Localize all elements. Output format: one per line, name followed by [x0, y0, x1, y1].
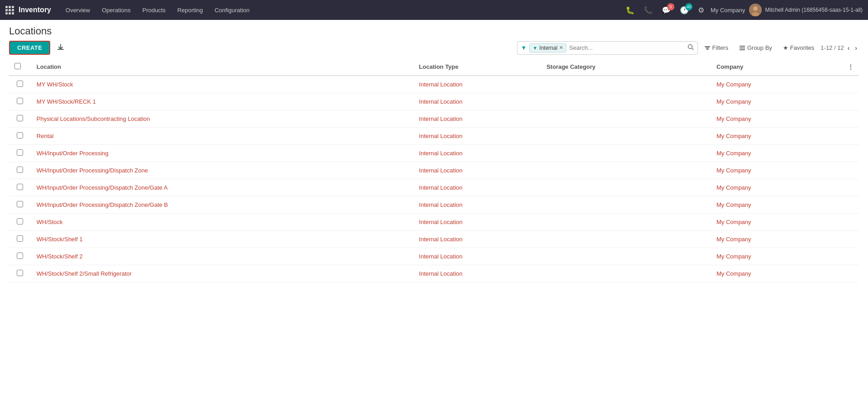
- nav-configuration[interactable]: Configuration: [209, 0, 255, 20]
- table-row: WH/Stock Internal Location My Company: [9, 214, 859, 231]
- row-checkbox-cell[interactable]: [9, 265, 31, 282]
- row-location: WH/Stock/Shelf 2: [31, 248, 414, 265]
- column-options-header[interactable]: ⋮: [839, 58, 859, 76]
- row-type: Internal Location: [413, 248, 541, 265]
- location-link[interactable]: WH/Input/Order Processing/Dispatch Zone/…: [37, 184, 168, 191]
- row-location: Rental: [31, 128, 414, 145]
- filters-label: Filters: [712, 44, 728, 51]
- chat-badge: 5: [667, 3, 674, 10]
- table-row: Physical Locations/Subcontracting Locati…: [9, 110, 859, 128]
- row-company: My Company: [711, 231, 839, 248]
- row-checkbox[interactable]: [17, 149, 23, 156]
- user-avatar[interactable]: [749, 4, 762, 16]
- row-checkbox[interactable]: [17, 235, 23, 242]
- location-link[interactable]: WH/Stock: [37, 219, 63, 225]
- row-checkbox[interactable]: [17, 218, 23, 224]
- select-all-checkbox[interactable]: [14, 63, 21, 69]
- favorites-label: Favorites: [790, 44, 814, 51]
- row-checkbox-cell[interactable]: [9, 179, 31, 196]
- location-link[interactable]: WH/Input/Order Processing: [37, 150, 109, 157]
- row-checkbox-cell[interactable]: [9, 231, 31, 248]
- column-header-type[interactable]: Location Type: [413, 58, 541, 76]
- activity-icon-btn[interactable]: 🕐 45: [677, 4, 692, 16]
- row-checkbox-cell[interactable]: [9, 76, 31, 93]
- row-checkbox[interactable]: [17, 115, 23, 121]
- row-checkbox-cell[interactable]: [9, 214, 31, 231]
- location-link[interactable]: WH/Input/Order Processing/Dispatch Zone: [37, 167, 148, 174]
- row-actions: [839, 93, 859, 110]
- nav-products[interactable]: Products: [137, 0, 171, 20]
- create-button[interactable]: CREATE: [9, 41, 50, 55]
- row-checkbox-cell[interactable]: [9, 196, 31, 214]
- row-category: [541, 179, 711, 196]
- row-company: My Company: [711, 93, 839, 110]
- row-type: Internal Location: [413, 76, 541, 93]
- row-location: WH/Input/Order Processing: [31, 145, 414, 162]
- table-row: WH/Input/Order Processing Internal Locat…: [9, 145, 859, 162]
- row-category: [541, 145, 711, 162]
- column-header-company[interactable]: Company: [711, 58, 839, 76]
- location-link[interactable]: MY WH/Stock: [37, 81, 73, 88]
- filter-options: Filters Group By ★ Favorites: [702, 43, 816, 52]
- table-row: Rental Internal Location My Company: [9, 128, 859, 145]
- chat-icon-btn[interactable]: 💬 5: [659, 4, 674, 16]
- row-actions: [839, 128, 859, 145]
- row-checkbox[interactable]: [17, 98, 23, 104]
- search-input[interactable]: [569, 44, 684, 51]
- favorites-button[interactable]: ★ Favorites: [781, 43, 816, 52]
- column-header-category[interactable]: Storage Category: [541, 58, 711, 76]
- page-title: Locations: [9, 25, 859, 37]
- svg-point-3: [688, 45, 692, 49]
- pagination-prev-button[interactable]: ‹: [846, 43, 852, 53]
- group-by-button[interactable]: Group By: [737, 43, 774, 52]
- apps-menu-icon[interactable]: [5, 6, 14, 14]
- row-company: My Company: [711, 128, 839, 145]
- column-options-icon[interactable]: ⋮: [848, 63, 854, 70]
- row-checkbox[interactable]: [17, 253, 23, 259]
- search-glass-icon[interactable]: [688, 44, 694, 52]
- settings-icon-btn[interactable]: ⚙: [695, 4, 707, 16]
- row-checkbox-cell[interactable]: [9, 145, 31, 162]
- download-button[interactable]: [54, 41, 67, 55]
- company-selector[interactable]: My Company: [711, 7, 745, 14]
- row-checkbox[interactable]: [17, 81, 23, 87]
- row-checkbox-cell[interactable]: [9, 128, 31, 145]
- row-checkbox-cell[interactable]: [9, 162, 31, 179]
- filter-funnel-icon: ▼: [521, 44, 527, 51]
- row-checkbox[interactable]: [17, 270, 23, 276]
- table-header-row: Location Location Type Storage Category …: [9, 58, 859, 76]
- row-category: [541, 162, 711, 179]
- pagination-next-button[interactable]: ›: [853, 43, 859, 53]
- location-link[interactable]: WH/Stock/Shelf 2/Small Refrigerator: [37, 270, 132, 277]
- location-link[interactable]: WH/Input/Order Processing/Dispatch Zone/…: [37, 201, 168, 208]
- row-checkbox-cell[interactable]: [9, 93, 31, 110]
- row-company: My Company: [711, 214, 839, 231]
- app-name[interactable]: Inventory: [19, 6, 51, 14]
- search-tag-close-icon[interactable]: ✕: [559, 45, 563, 51]
- row-checkbox-cell[interactable]: [9, 110, 31, 128]
- row-checkbox[interactable]: [17, 201, 23, 207]
- location-link[interactable]: Rental: [37, 133, 54, 139]
- nav-operations[interactable]: Operations: [96, 0, 136, 20]
- nav-overview[interactable]: Overview: [60, 0, 95, 20]
- location-link[interactable]: WH/Stock/Shelf 1: [37, 236, 83, 243]
- select-all-header[interactable]: [9, 58, 31, 76]
- filters-button[interactable]: Filters: [702, 43, 730, 52]
- row-checkbox-cell[interactable]: [9, 248, 31, 265]
- location-link[interactable]: Physical Locations/Subcontracting Locati…: [37, 115, 150, 122]
- location-link[interactable]: MY WH/Stock/RECK 1: [37, 98, 96, 105]
- toolbar-left: CREATE: [9, 41, 67, 55]
- nav-menu: Overview Operations Products Reporting C…: [60, 0, 623, 20]
- nav-reporting[interactable]: Reporting: [172, 0, 208, 20]
- row-type: Internal Location: [413, 179, 541, 196]
- row-checkbox[interactable]: [17, 167, 23, 173]
- row-company: My Company: [711, 145, 839, 162]
- column-header-location[interactable]: Location: [31, 58, 414, 76]
- pagination-section: 1-12 / 12 ‹ ›: [821, 43, 859, 53]
- bug-icon-btn[interactable]: 🐛: [623, 4, 637, 16]
- user-name[interactable]: Mitchell Admin (16856458-saas-15-1-all): [765, 7, 863, 13]
- row-checkbox[interactable]: [17, 132, 23, 139]
- phone-icon-btn[interactable]: 📞: [641, 4, 655, 16]
- row-checkbox[interactable]: [17, 184, 23, 190]
- location-link[interactable]: WH/Stock/Shelf 2: [37, 253, 83, 260]
